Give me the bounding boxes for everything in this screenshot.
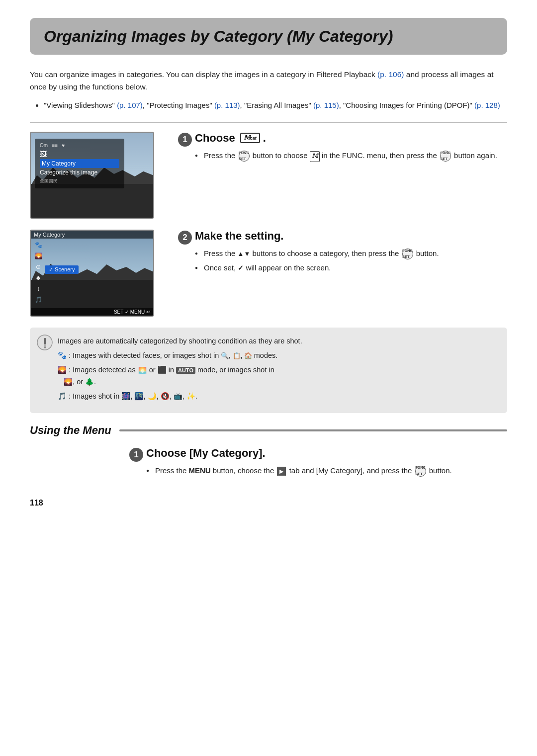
cs2-header: My Category (31, 231, 153, 239)
note-pencil-icon (37, 335, 53, 350)
checkmark-icon: ✓ (238, 264, 244, 272)
step2-title: Make the setting. (195, 230, 507, 243)
step1-image: Om ≡≡ ♥ 🖼 My Category Categorize this im… (30, 132, 164, 219)
menu-step1-content: Choose [My Category]. Press the MENU but… (146, 447, 507, 479)
step1-content: Choose 𝕄cat . Press the FUNCSET button t… (195, 132, 507, 164)
step2-content: Make the setting. Press the ▲▼ buttons t… (195, 230, 507, 276)
note-item-2: 🌄 : Images detected as 🌅 or ⬛ in AUTO mo… (58, 364, 497, 388)
cs1-ground (31, 184, 153, 218)
step1-row: Om ≡≡ ♥ 🖼 My Category Categorize this im… (30, 132, 507, 219)
link-p113[interactable]: (p. 113) (214, 101, 240, 109)
cs1-top-icons-row: Om ≡≡ ♥ (40, 142, 119, 149)
note-box: Images are automatically categorized by … (30, 328, 507, 413)
cs2-icon-mountain: 🌄 (34, 252, 43, 259)
cs2-icon-sound: 🎵 (34, 296, 43, 303)
using-menu-line (119, 429, 507, 431)
intro-text-1: You can organize images in categories. Y… (30, 70, 377, 79)
step2-image: My Category 🐾 🌄 ⊙ ♣ ↕ 🎵 ✓ Scenery SET ✓ … (30, 230, 164, 317)
cs2-icon-circle: ⊙ (34, 263, 43, 270)
step2-content-row: 2 Make the setting. Press the ▲▼ buttons… (178, 230, 507, 276)
page-title: Organizing Images by Category (My Catego… (44, 27, 493, 46)
svg-rect-4 (44, 344, 46, 345)
intro-link-1[interactable]: (p. 106) (377, 70, 404, 79)
menu-step1-title: Choose [My Category]. (146, 447, 507, 460)
step2-bullets: Press the ▲▼ buttons to choose a categor… (195, 248, 507, 274)
cs1-extra-row: 全国国民 (40, 177, 119, 185)
step2-bullet-2: Once set, ✓ will appear on the screen. (195, 262, 507, 274)
cs2-icon-face: 🐾 (34, 242, 43, 249)
step2-number: 2 (178, 231, 192, 245)
step1-my-category-icon: 𝕄cat (240, 133, 260, 143)
intro-paragraph: You can organize images in categories. Y… (30, 69, 507, 93)
camera-screen-1: Om ≡≡ ♥ 🖼 My Category Categorize this im… (30, 132, 154, 219)
note-item-main: Images are automatically categorized by … (58, 336, 497, 347)
step1-number: 1 (178, 133, 192, 147)
page-number: 118 (30, 499, 507, 507)
title-block: Organizing Images by Category (My Catego… (30, 18, 507, 55)
step2-bullet-1: Press the ▲▼ buttons to choose a categor… (195, 248, 507, 260)
cs2-icon-arrow: ↕ (34, 285, 43, 292)
using-menu-section: Using the Menu (30, 424, 507, 437)
func-btn-1: FUNCSET (239, 151, 250, 162)
step1-bullets: Press the FUNCSET button to choose 𝕄 in … (195, 150, 507, 162)
menu-step1-bullets: Press the MENU button, choose the ▶ tab … (146, 465, 507, 477)
cs2-side-icons: 🐾 🌄 ⊙ ♣ ↕ 🎵 (34, 242, 43, 303)
cs1-icon-row: 🖼 (40, 149, 119, 159)
cs2-bottom-bar: SET ✓ MENU ↩ (31, 308, 153, 316)
menu-key-label: MENU (189, 466, 211, 475)
note-item-1: 🐾 : Images with detected faces, or image… (58, 350, 497, 362)
menu-step1-bullet-1: Press the MENU button, choose the ▶ tab … (146, 465, 507, 477)
func-btn-3: FUNCSET (402, 249, 413, 259)
step1-title: Choose 𝕄cat . (195, 132, 507, 145)
intro-bullet-1: "Viewing Slideshows" (p. 107), "Protecti… (44, 99, 507, 111)
func-btn-2: FUNCSET (440, 151, 451, 162)
cs2-icon-club: ♣ (34, 274, 43, 281)
divider-1 (30, 122, 507, 123)
svg-rect-1 (44, 338, 46, 344)
svg-rect-2 (44, 345, 46, 347)
cs1-menu-overlay: Om ≡≡ ♥ 🖼 My Category Categorize this im… (35, 139, 124, 188)
note-item-3: 🎵 : Images shot in 🎆, 🌃, 🌙, 🔇, 📺, ✨. (58, 391, 497, 403)
using-menu-title: Using the Menu (30, 424, 111, 437)
link-p107[interactable]: (p. 107) (117, 101, 143, 109)
cs2-selected-scenery: ✓ Scenery (45, 265, 79, 274)
page: Organizing Images by Category (My Catego… (0, 0, 537, 756)
play-tab-icon: ▶ (277, 467, 286, 476)
menu-step1-number: 1 (129, 448, 143, 462)
note-content: Images are automatically categorized by … (58, 336, 497, 403)
menu-step1-content-row: 1 Choose [My Category]. Press the MENU b… (129, 447, 507, 479)
link-p115[interactable]: (p. 115) (313, 101, 339, 109)
cs1-categorize-item: Categorize this image (40, 168, 119, 177)
link-p128[interactable]: (p. 128) (474, 101, 500, 109)
cs1-my-category-item: My Category (40, 159, 119, 168)
step1-content-row: 1 Choose 𝕄cat . Press the FUNCSET button… (178, 132, 507, 164)
menu-step1-row: 1 Choose [My Category]. Press the MENU b… (30, 447, 507, 484)
my-cat-inline-icon: 𝕄 (310, 151, 320, 162)
camera-screen-2: My Category 🐾 🌄 ⊙ ♣ ↕ 🎵 ✓ Scenery SET ✓ … (30, 230, 154, 317)
func-btn-menu: FUNCSET (415, 466, 426, 477)
step1-title-dot: . (263, 132, 266, 145)
step1-bullet-1: Press the FUNCSET button to choose 𝕄 in … (195, 150, 507, 162)
step2-row: My Category 🐾 🌄 ⊙ ♣ ↕ 🎵 ✓ Scenery SET ✓ … (30, 230, 507, 317)
arrow-icons: ▲▼ (238, 250, 251, 257)
intro-bullets: "Viewing Slideshows" (p. 107), "Protecti… (30, 99, 507, 111)
